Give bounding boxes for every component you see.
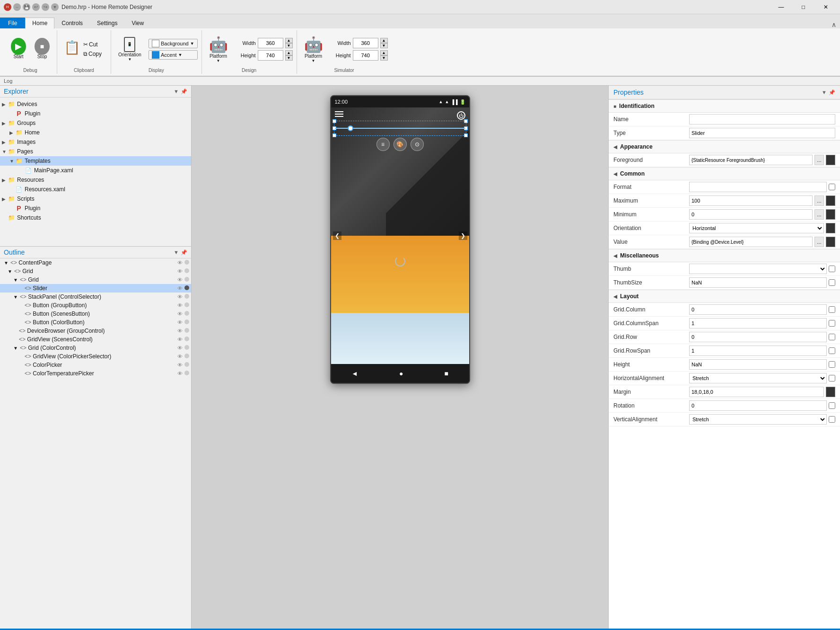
simulator-width-input[interactable] (353, 38, 378, 48)
slider-dot[interactable] (184, 285, 189, 290)
home-expand[interactable]: ▶ (9, 130, 15, 135)
prop-name-input[interactable] (689, 114, 835, 124)
design-width-down[interactable]: ▼ (285, 43, 293, 48)
tab-view[interactable]: View (124, 18, 151, 28)
background-button[interactable]: Background ▼ (149, 39, 198, 48)
prev-arrow[interactable]: ❮ (333, 231, 341, 240)
layout-header[interactable]: ◀ Layout (609, 290, 840, 303)
colorpicker-dot[interactable] (184, 362, 189, 367)
tab-home[interactable]: Home (25, 18, 54, 29)
prop-maximum-btn[interactable]: … (814, 195, 824, 206)
maximize-button[interactable]: □ (793, 0, 814, 14)
cut-button[interactable]: ✂ Cut (81, 40, 104, 49)
outline-grid2[interactable]: ▼ <> Grid 👁 (0, 275, 191, 284)
contentpage-expand[interactable]: ▼ (4, 260, 9, 266)
stop-button[interactable]: ■ Stop (31, 37, 53, 61)
tree-item-groups[interactable]: ▶ 📁 Groups (0, 118, 191, 128)
prop-horizontalalignment-checkbox[interactable] (829, 375, 835, 382)
images-expand[interactable]: ▶ (2, 140, 8, 145)
tree-item-shortcuts[interactable]: 📁 Shortcuts (0, 213, 191, 222)
outline-contentpage[interactable]: ▼ <> ContentPage 👁 (0, 258, 191, 267)
start-button[interactable]: ▶ Start (8, 37, 29, 61)
prop-gridcolumn-checkbox[interactable] (829, 306, 835, 313)
grid-color-eye-icon[interactable]: 👁 (177, 345, 183, 351)
design-width-input[interactable] (258, 38, 283, 48)
slider-eye-icon[interactable]: 👁 (177, 285, 183, 291)
resources-expand[interactable]: ▶ (2, 177, 8, 183)
paste-button[interactable]: 📋 ✂ Cut ⧉ Copy (61, 39, 107, 60)
miscellaneous-header[interactable]: ◀ Miscellaneous (609, 249, 840, 262)
outline-pin-icon[interactable]: ▼ (174, 249, 179, 256)
tab-settings[interactable]: Settings (90, 18, 124, 28)
prop-gridrow-input[interactable] (689, 332, 827, 342)
outline-dock-icon[interactable]: 📌 (181, 249, 187, 256)
outline-btn-color[interactable]: ▶ <> Button (ColorButton) 👁 (0, 318, 191, 327)
props-dock-icon[interactable]: 📌 (829, 89, 835, 96)
grid2-eye-icon[interactable]: 👁 (177, 277, 183, 283)
prop-value-swatch[interactable] (826, 237, 835, 247)
prop-gridcolumn-input[interactable] (689, 304, 827, 315)
outline-gridview-scenes[interactable]: ▶ <> GridView (ScenesControl) 👁 (0, 335, 191, 344)
stackpanel-dot[interactable] (184, 294, 189, 299)
grid1-eye-icon[interactable]: 👁 (177, 268, 183, 274)
props-pin-icon[interactable]: ▼ (822, 89, 827, 96)
btn-color-dot[interactable] (184, 319, 189, 324)
prop-margin-input[interactable] (689, 387, 824, 397)
prop-foreground-input[interactable] (689, 155, 813, 165)
prop-gridcolumnspan-checkbox[interactable] (829, 320, 835, 327)
grid2-dot[interactable] (184, 277, 189, 282)
simulator-height-down[interactable]: ▼ (380, 55, 388, 61)
handle-tl[interactable] (332, 119, 336, 123)
prop-value-btn[interactable]: … (814, 237, 824, 247)
prop-rotation-checkbox[interactable] (829, 402, 835, 409)
prop-format-checkbox[interactable] (829, 184, 835, 190)
gridview-scenes-eye-icon[interactable]: 👁 (177, 337, 183, 342)
stackpanel-expand[interactable]: ▼ (13, 294, 18, 300)
slider-widget[interactable] (335, 122, 465, 135)
design-platform-button[interactable]: 🤖 Platform ▼ (206, 34, 231, 64)
tree-item-home[interactable]: ▶ 📁 Home (0, 128, 191, 137)
next-arrow[interactable]: ❯ (459, 231, 467, 240)
slider-thumb[interactable] (348, 125, 353, 131)
pages-expand[interactable]: ▼ (2, 149, 8, 154)
devicebrowser-dot[interactable] (184, 328, 189, 333)
simulator-width-down[interactable]: ▼ (380, 43, 388, 48)
palette-icon[interactable]: 🎨 (394, 138, 407, 151)
tree-item-mainpage[interactable]: 📄 MainPage.xaml (0, 166, 191, 175)
tree-item-scripts-plugin[interactable]: P Plugin (0, 204, 191, 213)
scripts-expand[interactable]: ▶ (2, 196, 8, 202)
copy-button[interactable]: ⧉ Copy (81, 50, 104, 58)
prop-value-input[interactable] (689, 237, 813, 247)
outline-colorpicker[interactable]: ▶ <> ColorPicker 👁 (0, 361, 191, 369)
design-height-up[interactable]: ▲ (285, 50, 293, 55)
design-height-input[interactable] (258, 50, 283, 61)
handle-br[interactable] (464, 133, 468, 137)
prop-height-checkbox[interactable] (829, 361, 835, 368)
prop-foreground-swatch[interactable] (826, 155, 835, 165)
prop-rotation-input[interactable] (689, 400, 827, 411)
gridview-colorpicker-dot[interactable] (184, 354, 189, 358)
btn-scenes-eye-icon[interactable]: 👁 (177, 311, 183, 317)
outline-devicebrowser[interactable]: ▶ <> DeviceBrowser (GroupControl) 👁 (0, 327, 191, 335)
tree-item-devices[interactable]: ▶ 📁 Devices (0, 99, 191, 109)
prop-height-input[interactable] (689, 359, 827, 370)
grid1-dot[interactable] (184, 268, 189, 273)
minimize-button[interactable]: — (770, 0, 792, 14)
power-icon[interactable]: ⏻ (457, 111, 465, 120)
design-width-up[interactable]: ▲ (285, 38, 293, 43)
outline-grid-color[interactable]: ▼ <> Grid (ColorControl) 👁 (0, 344, 191, 352)
prop-orientation-select[interactable]: Horizontal Vertical (689, 223, 824, 233)
btn-group-eye-icon[interactable]: 👁 (177, 302, 183, 308)
design-height-down[interactable]: ▼ (285, 55, 293, 61)
outline-gridview-colorpicker[interactable]: ▶ <> GridView (ColorPickerSelector) 👁 (0, 352, 191, 361)
identification-header[interactable]: ■ Identification (609, 99, 840, 113)
tree-item-images[interactable]: ▶ 📁 Images (0, 137, 191, 147)
back-nav-icon[interactable]: ◄ (351, 370, 358, 377)
btn-color-eye-icon[interactable]: 👁 (177, 319, 183, 325)
prop-thumbsize-input[interactable] (689, 277, 827, 288)
tree-item-templates[interactable]: ▼ 📁 Templates (0, 156, 191, 166)
tree-item-scripts[interactable]: ▶ 📁 Scripts (0, 194, 191, 204)
handle-tr[interactable] (464, 119, 468, 123)
grid-color-expand[interactable]: ▼ (13, 346, 18, 351)
outline-btn-group[interactable]: ▶ <> Button (GroupButton) 👁 (0, 301, 191, 310)
